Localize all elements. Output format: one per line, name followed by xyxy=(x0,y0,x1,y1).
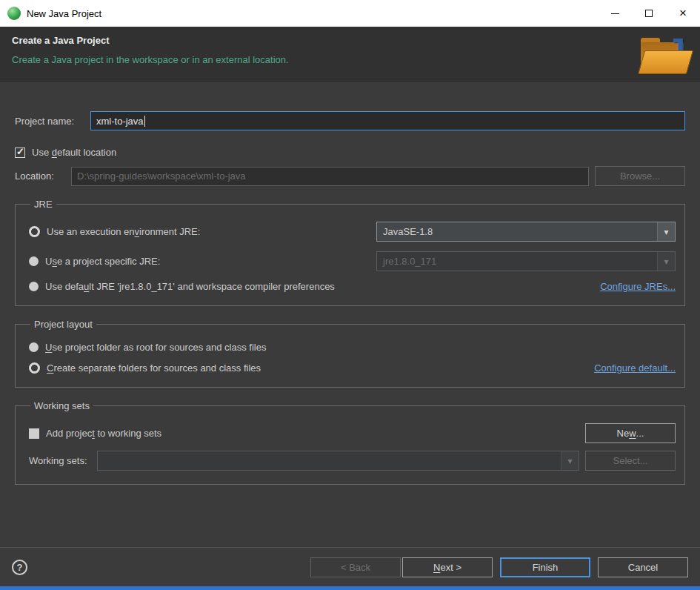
page-title: Create a Java Project xyxy=(12,35,700,46)
execution-env-jre-combo[interactable]: JavaSE-1.8 ▾ xyxy=(376,222,676,242)
project-specific-jre-value: jre1.8.0_171 xyxy=(377,256,657,267)
window-bottom-border xyxy=(0,586,700,590)
working-sets-combo: ▾ xyxy=(97,451,579,471)
help-button[interactable]: ? xyxy=(12,560,27,575)
project-name-row: Project name: xml-to-java xyxy=(15,111,685,130)
next-button[interactable]: Next > xyxy=(402,557,493,577)
project-specific-jre-combo: jre1.8.0_171 ▾ xyxy=(376,251,676,271)
configure-jres-link[interactable]: Configure JREs... xyxy=(600,281,676,292)
maximize-icon xyxy=(645,10,653,17)
finish-button[interactable]: Finish xyxy=(500,557,590,577)
use-default-location-label: Use default location xyxy=(32,147,116,158)
wizard-content: Project name: xml-to-java ✓ Use default … xyxy=(0,82,700,547)
separate-folders-row: Create separate folders for sources and … xyxy=(29,362,676,374)
browse-button: Browse... xyxy=(595,166,685,186)
project-name-value: xml-to-java xyxy=(96,116,144,127)
titlebar: New Java Project × xyxy=(0,0,700,27)
execution-env-jre-row: Use an execution environment JRE: JavaSE… xyxy=(29,222,676,242)
project-name-label: Project name: xyxy=(15,116,90,127)
use-default-location-row: ✓ Use default location xyxy=(15,147,685,158)
execution-env-jre-value: JavaSE-1.8 xyxy=(377,226,657,237)
eclipse-icon xyxy=(7,7,21,20)
button-bar: ? < Back Next > Finish Cancel xyxy=(0,547,700,586)
location-label: Location: xyxy=(15,170,71,182)
folder-as-root-radio[interactable] xyxy=(29,342,39,352)
project-specific-jre-label: Use a project specific JRE: xyxy=(45,256,160,267)
add-to-working-sets-label: Add project to working sets xyxy=(46,428,161,439)
cancel-button[interactable]: Cancel xyxy=(598,557,688,577)
add-to-working-sets-row: Add project to working sets New... xyxy=(29,423,676,443)
wizard-banner: Create a Java Project Create a Java proj… xyxy=(0,27,700,82)
close-button[interactable]: × xyxy=(666,0,700,27)
execution-env-jre-radio[interactable] xyxy=(29,226,40,237)
check-icon: ✓ xyxy=(16,146,24,157)
folder-as-root-row: Use project folder as root for sources a… xyxy=(29,342,676,353)
java-project-folder-icon: J xyxy=(638,32,691,76)
minimize-icon xyxy=(611,13,619,14)
execution-env-jre-label: Use an execution environment JRE: xyxy=(47,226,200,237)
chevron-down-icon: ▾ xyxy=(561,451,579,470)
working-sets-row: Working sets: ▾ Select... xyxy=(29,451,676,471)
default-jre-row: Use default JRE 'jre1.8.0_171' and works… xyxy=(29,281,676,292)
text-caret xyxy=(144,116,145,127)
project-layout-group-label: Project layout xyxy=(30,319,96,330)
chevron-down-icon: ▾ xyxy=(657,252,675,271)
window-title: New Java Project xyxy=(27,8,101,19)
configure-default-link[interactable]: Configure default... xyxy=(594,362,676,374)
jre-group: JRE Use an execution environment JRE: Ja… xyxy=(15,199,685,306)
back-button: < Back xyxy=(310,557,401,577)
project-specific-jre-radio[interactable] xyxy=(29,256,39,266)
project-name-input[interactable]: xml-to-java xyxy=(90,111,685,130)
working-sets-group-label: Working sets xyxy=(30,400,93,411)
location-value: D:\spring-guides\workspace\xml-to-java xyxy=(77,170,246,182)
project-layout-group: Project layout Use project folder as roo… xyxy=(15,319,685,388)
default-jre-radio[interactable] xyxy=(29,282,39,291)
use-default-location-checkbox[interactable]: ✓ xyxy=(15,148,25,158)
add-to-working-sets-checkbox[interactable] xyxy=(29,428,39,439)
new-java-project-dialog: New Java Project × Create a Java Project… xyxy=(0,0,700,590)
project-specific-jre-row: Use a project specific JRE: jre1.8.0_171… xyxy=(29,251,676,271)
jre-group-label: JRE xyxy=(30,199,56,210)
default-jre-label: Use default JRE 'jre1.8.0_171' and works… xyxy=(45,281,335,292)
folder-as-root-label: Use project folder as root for sources a… xyxy=(45,342,266,353)
location-input: D:\spring-guides\workspace\xml-to-java xyxy=(71,167,589,186)
footer-buttons: < Back Next > Finish Cancel xyxy=(310,557,688,577)
chevron-down-icon[interactable]: ▾ xyxy=(657,222,675,241)
window-controls: × xyxy=(598,0,700,27)
select-working-sets-button: Select... xyxy=(585,451,676,471)
working-sets-group: Working sets Add project to working sets… xyxy=(15,400,685,485)
separate-folders-label: Create separate folders for sources and … xyxy=(47,362,261,374)
working-sets-label: Working sets: xyxy=(29,455,97,466)
separate-folders-radio[interactable] xyxy=(29,362,40,374)
minimize-button[interactable] xyxy=(598,0,632,27)
location-row: Location: D:\spring-guides\workspace\xml… xyxy=(15,166,685,186)
maximize-button[interactable] xyxy=(632,0,666,27)
new-working-set-button[interactable]: New... xyxy=(585,423,676,443)
page-subtitle: Create a Java project in the workspace o… xyxy=(12,54,700,65)
